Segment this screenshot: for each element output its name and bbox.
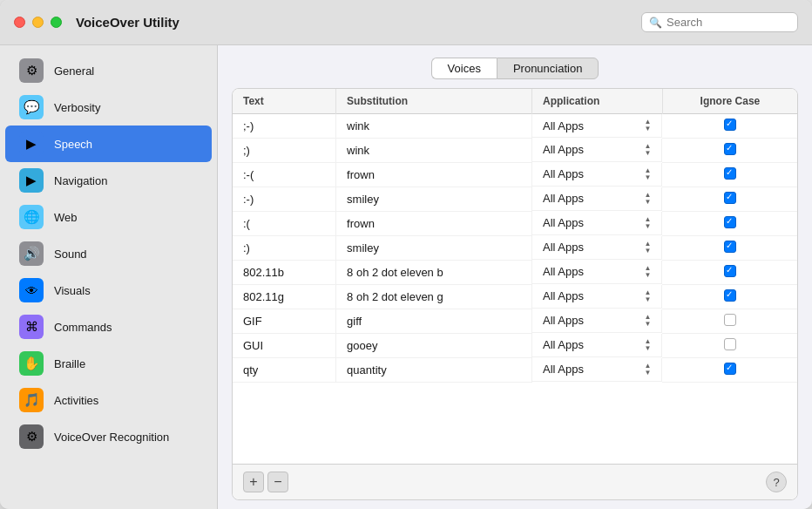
table-row[interactable]: :-)smileyAll Apps▲▼ — [233, 187, 797, 212]
cell-application[interactable]: All Apps▲▼ — [532, 358, 662, 382]
sidebar-item-label-speech: Speech — [54, 138, 92, 151]
table-row[interactable]: :)smileyAll Apps▲▼ — [233, 236, 797, 261]
application-stepper[interactable]: ▲▼ — [644, 289, 651, 303]
cell-ignore-case[interactable] — [662, 261, 797, 285]
cell-application[interactable]: All Apps▲▼ — [532, 139, 662, 162]
sidebar-item-visuals[interactable]: 👁Visuals — [5, 272, 212, 309]
content-area: Voices Pronunciation Text Substitution A… — [218, 45, 812, 509]
table-row[interactable]: GIFgiffAll Apps▲▼ — [233, 309, 797, 334]
sidebar-item-verbosity[interactable]: 💬Verbosity — [5, 89, 212, 126]
search-box[interactable]: 🔍 — [641, 12, 798, 32]
sidebar-item-sound[interactable]: 🔊Sound — [5, 235, 212, 272]
ignore-case-checkbox[interactable] — [724, 265, 736, 277]
window-title: VoiceOver Utility — [76, 15, 641, 30]
sidebar-item-commands[interactable]: ⌘Commands — [5, 309, 212, 345]
table-row[interactable]: 802.11b8 oh 2 dot eleven bAll Apps▲▼ — [233, 261, 797, 285]
table-header-row: Text Substitution Application Ignore Cas… — [233, 89, 797, 114]
cell-application[interactable]: All Apps▲▼ — [532, 334, 662, 357]
cell-application[interactable]: All Apps▲▼ — [532, 285, 662, 309]
table-row[interactable]: qtyquantityAll Apps▲▼ — [233, 358, 797, 383]
cell-ignore-case[interactable] — [662, 334, 797, 358]
pronunciation-table-container: Text Substitution Application Ignore Cas… — [232, 88, 798, 500]
ignore-case-checkbox[interactable] — [724, 338, 736, 350]
ignore-case-checkbox[interactable] — [724, 216, 736, 228]
table-row[interactable]: :-( frownAll Apps▲▼ — [233, 163, 797, 187]
ignore-case-checkbox[interactable] — [724, 192, 736, 204]
sidebar-item-braille[interactable]: ✋Braille — [5, 345, 212, 382]
tab-pronunciation[interactable]: Pronunciation — [497, 58, 599, 79]
application-stepper[interactable]: ▲▼ — [644, 167, 651, 181]
search-input[interactable] — [667, 16, 790, 29]
commands-icon: ⌘ — [19, 315, 44, 339]
cell-ignore-case[interactable] — [662, 236, 797, 261]
ignore-case-checkbox[interactable] — [724, 241, 736, 253]
tab-voices[interactable]: Voices — [431, 58, 497, 79]
table-row[interactable]: 802.11g8 oh 2 dot eleven gAll Apps▲▼ — [233, 285, 797, 309]
col-header-ignore-case: Ignore Case — [662, 89, 797, 114]
sidebar-item-activities[interactable]: 🎵Activities — [5, 382, 212, 418]
verbosity-icon: 💬 — [19, 95, 44, 119]
application-stepper[interactable]: ▲▼ — [644, 216, 651, 230]
sound-icon: 🔊 — [19, 241, 44, 266]
cell-text: 802.11g — [233, 285, 336, 309]
add-button[interactable]: + — [243, 472, 264, 492]
sidebar-item-navigation[interactable]: ▶Navigation — [5, 162, 212, 199]
sidebar-item-label-navigation: Navigation — [54, 174, 107, 187]
sidebar-item-general[interactable]: ⚙General — [5, 52, 212, 89]
table-scroll[interactable]: Text Substitution Application Ignore Cas… — [233, 89, 797, 464]
help-button[interactable]: ? — [766, 472, 787, 492]
application-stepper[interactable]: ▲▼ — [644, 338, 651, 352]
application-stepper[interactable]: ▲▼ — [644, 143, 651, 157]
ignore-case-checkbox[interactable] — [724, 314, 736, 326]
sidebar-item-web[interactable]: 🌐Web — [5, 199, 212, 235]
cell-substitution: wink — [336, 114, 532, 139]
cell-application[interactable]: All Apps▲▼ — [532, 261, 662, 284]
maximize-button[interactable] — [51, 17, 62, 28]
ignore-case-checkbox[interactable] — [724, 143, 736, 155]
cell-ignore-case[interactable] — [662, 139, 797, 163]
application-stepper[interactable]: ▲▼ — [644, 119, 651, 132]
cell-text: :) — [233, 236, 336, 261]
application-stepper[interactable]: ▲▼ — [644, 363, 651, 377]
cell-substitution: smiley — [336, 236, 532, 261]
cell-ignore-case[interactable] — [662, 212, 797, 236]
application-stepper[interactable]: ▲▼ — [644, 192, 651, 206]
application-stepper[interactable]: ▲▼ — [644, 314, 651, 328]
table-row[interactable]: ;)winkAll Apps▲▼ — [233, 139, 797, 163]
cell-ignore-case[interactable] — [662, 285, 797, 309]
sidebar-item-label-visuals: Visuals — [54, 284, 91, 297]
cell-ignore-case[interactable] — [662, 309, 797, 334]
table-row[interactable]: ;-)winkAll Apps▲▼ — [233, 114, 797, 139]
navigation-icon: ▶ — [19, 168, 44, 193]
sidebar-item-speech[interactable]: ▶Speech — [5, 126, 212, 162]
remove-button[interactable]: − — [267, 472, 288, 492]
cell-application[interactable]: All Apps▲▼ — [532, 309, 662, 333]
cell-application[interactable]: All Apps▲▼ — [532, 236, 662, 260]
cell-text: qty — [233, 358, 336, 383]
minimize-button[interactable] — [32, 17, 44, 28]
ignore-case-checkbox[interactable] — [724, 119, 736, 131]
table-row[interactable]: GUIgooeyAll Apps▲▼ — [233, 334, 797, 358]
cell-substitution: quantity — [336, 358, 532, 383]
ignore-case-checkbox[interactable] — [724, 289, 736, 302]
cell-application[interactable]: All Apps▲▼ — [532, 114, 662, 138]
application-stepper[interactable]: ▲▼ — [644, 265, 651, 279]
cell-application[interactable]: All Apps▲▼ — [532, 212, 662, 235]
application-stepper[interactable]: ▲▼ — [644, 241, 651, 254]
cell-ignore-case[interactable] — [662, 187, 797, 212]
cell-substitution: frown — [336, 163, 532, 187]
cell-application[interactable]: All Apps▲▼ — [532, 163, 662, 187]
cell-application[interactable]: All Apps▲▼ — [532, 187, 662, 211]
speech-icon: ▶ — [19, 132, 44, 156]
cell-text: GIF — [233, 309, 336, 334]
cell-ignore-case[interactable] — [662, 358, 797, 383]
ignore-case-checkbox[interactable] — [724, 167, 736, 180]
close-button[interactable] — [14, 17, 25, 28]
general-icon: ⚙ — [19, 58, 44, 83]
cell-text: ;-) — [233, 114, 336, 139]
cell-ignore-case[interactable] — [662, 114, 797, 139]
cell-ignore-case[interactable] — [662, 163, 797, 187]
ignore-case-checkbox[interactable] — [724, 363, 736, 375]
table-row[interactable]: :( frownAll Apps▲▼ — [233, 212, 797, 236]
sidebar-item-voiceover[interactable]: ⚙VoiceOver Recognition — [5, 418, 212, 455]
